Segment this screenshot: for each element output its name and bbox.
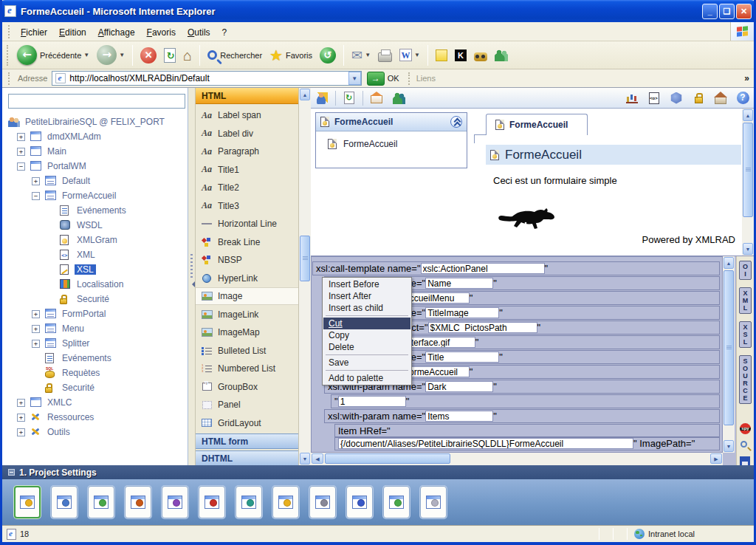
xsl-row-input[interactable] bbox=[402, 337, 475, 348]
maximize-button[interactable]: ❏ bbox=[719, 4, 735, 19]
palette-item-imagelink[interactable]: ImageLink bbox=[196, 306, 299, 323]
xsl-row-input[interactable] bbox=[338, 438, 633, 449]
forms-panel-item[interactable]: FormeAccueil bbox=[316, 131, 467, 149]
home-button[interactable] bbox=[713, 91, 728, 106]
tree-item-xmlc[interactable]: +XMLC bbox=[2, 397, 188, 410]
tree-item-ev-nements[interactable]: Evénements bbox=[2, 352, 188, 366]
contacts-button[interactable] bbox=[391, 91, 406, 106]
xsl-row-input[interactable] bbox=[425, 278, 493, 289]
palette-item-title2[interactable]: AaTitle2 bbox=[196, 179, 299, 196]
tree-item-securit[interactable]: Securité bbox=[2, 382, 188, 395]
forward-button[interactable]: →▼ bbox=[93, 44, 128, 66]
context-menu-insert-after[interactable]: Insert After bbox=[323, 290, 410, 302]
menu-item-edition[interactable]: Edition bbox=[53, 25, 92, 40]
project-settings-bar[interactable]: 1. Project Settings bbox=[2, 465, 754, 479]
tree-expander-icon[interactable]: + bbox=[32, 177, 40, 185]
tab-formeaccueil[interactable]: FormeAccueil bbox=[486, 114, 588, 135]
xsl-row-input[interactable] bbox=[421, 263, 545, 274]
tree-expander-icon[interactable]: + bbox=[32, 325, 40, 333]
tree-item-ev-nements[interactable]: Evénements bbox=[2, 205, 188, 218]
editor-scrollbar[interactable]: ▲ ▼ bbox=[723, 256, 735, 453]
zoom-icon[interactable] bbox=[740, 441, 747, 448]
tree-item-menu[interactable]: +Menu bbox=[2, 323, 188, 336]
home-button[interactable]: ⌂ bbox=[179, 46, 196, 65]
stats-button[interactable] bbox=[625, 91, 639, 106]
palette-item-horizontal-line[interactable]: Horizontal Line bbox=[196, 215, 299, 233]
shortcut-publish-button[interactable] bbox=[383, 486, 410, 518]
palette-section-dhtml[interactable]: DHTML bbox=[196, 450, 299, 465]
collapse-chevron-icon[interactable] bbox=[450, 116, 462, 128]
side-tab-xsl[interactable]: XSL bbox=[739, 321, 752, 348]
palette-item-image[interactable]: Image bbox=[196, 287, 299, 305]
palette-item-label-div[interactable]: AaLabel div bbox=[196, 125, 299, 143]
search-button[interactable]: Rechercher bbox=[204, 49, 266, 61]
tree-expander-icon[interactable]: + bbox=[17, 399, 25, 407]
context-menu-add-to-palette[interactable]: Add to palette bbox=[323, 372, 410, 384]
go-button[interactable]: → bbox=[367, 72, 385, 86]
context-menu-save[interactable]: Save bbox=[323, 357, 410, 369]
palette-item-groupbox[interactable]: GroupBox bbox=[196, 378, 299, 396]
tree-item-xsl[interactable]: XSL bbox=[2, 264, 188, 277]
palette-item-title3[interactable]: AaTitle3 bbox=[196, 197, 299, 215]
palette-item-numbered-list[interactable]: Numbered List bbox=[196, 360, 299, 377]
tree-item-formeaccueil[interactable]: −FormeAccueil bbox=[2, 190, 188, 203]
context-menu-delete[interactable]: Delete bbox=[323, 341, 410, 353]
shortcut-deploy-button[interactable] bbox=[236, 486, 262, 518]
palette-item-paragraph[interactable]: AaParagraph bbox=[196, 143, 299, 160]
side-tab-oi[interactable]: OI bbox=[739, 261, 752, 280]
palette-scroll-thumb[interactable] bbox=[300, 236, 310, 281]
history-button[interactable]: ↺ bbox=[316, 46, 340, 65]
menu-item-favoris[interactable]: Favoris bbox=[141, 25, 182, 40]
close-button[interactable]: ✕ bbox=[736, 4, 752, 19]
palette-section-html-form[interactable]: HTML form bbox=[196, 433, 299, 449]
tree-expander-icon[interactable]: − bbox=[32, 192, 40, 200]
tree-item-outils[interactable]: +Outils bbox=[2, 426, 188, 439]
collapse-box-icon[interactable] bbox=[8, 469, 15, 476]
stop-button[interactable]: ✕ bbox=[137, 46, 160, 65]
tree-item-wsdl[interactable]: WSDL bbox=[2, 219, 188, 233]
user-export-button[interactable] bbox=[315, 91, 329, 106]
refresh-page-button[interactable] bbox=[342, 91, 357, 106]
xml-page-button[interactable] bbox=[647, 91, 662, 106]
print-button[interactable] bbox=[374, 47, 396, 64]
links-grip[interactable] bbox=[408, 72, 410, 85]
editor-scroll-thumb[interactable] bbox=[724, 270, 734, 425]
toolbar-grip[interactable] bbox=[7, 45, 9, 66]
mail-button[interactable]: ✉▼ bbox=[348, 47, 374, 64]
preview-scroll-down-icon[interactable]: ▼ bbox=[743, 243, 753, 255]
addressbar-grip[interactable] bbox=[8, 72, 10, 85]
menu-item-[interactable]: ? bbox=[216, 25, 233, 40]
palette-item-panel[interactable]: Panel bbox=[196, 396, 299, 414]
context-menu-cut[interactable]: Cut bbox=[323, 318, 410, 329]
shortcut-hierarchy-button[interactable] bbox=[51, 486, 78, 518]
preview-scroll-thumb[interactable] bbox=[743, 123, 753, 217]
context-menu-copy[interactable]: Copy bbox=[323, 329, 410, 341]
context-menu-insert-as-child[interactable]: Insert as child bbox=[323, 302, 410, 314]
palette-section-html[interactable]: HTML bbox=[196, 88, 299, 104]
tree-expander-icon[interactable]: + bbox=[32, 340, 40, 348]
minimize-button[interactable]: _ bbox=[702, 4, 718, 19]
preview-scrollbar[interactable]: ▲ ▼ bbox=[742, 109, 754, 256]
k-tool-button[interactable]: K bbox=[451, 48, 470, 63]
xsl-row-input[interactable] bbox=[428, 322, 537, 333]
editor-scroll-left-icon[interactable]: ◀ bbox=[312, 453, 323, 464]
hexagon-button[interactable] bbox=[669, 91, 684, 106]
menu-item-fichier[interactable]: Fichier bbox=[15, 25, 53, 40]
tree-item-main[interactable]: +Main bbox=[2, 145, 188, 159]
tree-item-xml[interactable]: XML bbox=[2, 249, 188, 262]
palette-scroll-down-icon[interactable]: ▼ bbox=[300, 453, 310, 465]
tree-expander-icon[interactable]: − bbox=[17, 162, 25, 171]
palette-item-break-line[interactable]: Break Line bbox=[196, 233, 299, 251]
binoculars-button[interactable] bbox=[470, 47, 491, 63]
tree-item-xmlgram[interactable]: XMLGram bbox=[2, 234, 188, 247]
tree-expander-icon[interactable]: + bbox=[17, 428, 25, 436]
xsl-row-input[interactable] bbox=[338, 396, 406, 407]
context-menu-insert-before[interactable]: Insert Before bbox=[323, 278, 410, 290]
lock-button[interactable] bbox=[691, 91, 706, 106]
palette-scrollbar[interactable]: ▲ ▼ bbox=[299, 88, 311, 465]
help-button[interactable]: ? bbox=[735, 91, 750, 106]
xsl-row-input[interactable] bbox=[425, 381, 493, 392]
panel-splitter[interactable] bbox=[188, 88, 196, 465]
tree-item-portalwm[interactable]: −PortalWM bbox=[2, 160, 188, 174]
editor-hscroll-thumb[interactable] bbox=[325, 453, 450, 464]
